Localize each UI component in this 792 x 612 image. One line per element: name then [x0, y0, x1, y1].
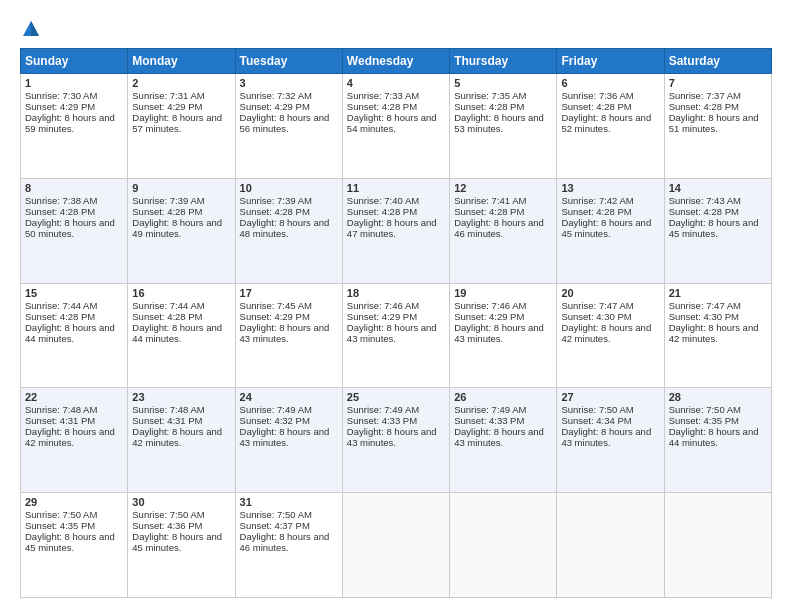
sunrise-label: Sunrise: 7:47 AM — [561, 300, 633, 311]
sunset-label: Sunset: 4:34 PM — [561, 415, 631, 426]
sunset-label: Sunset: 4:29 PM — [132, 101, 202, 112]
sunrise-label: Sunrise: 7:41 AM — [454, 195, 526, 206]
sunset-label: Sunset: 4:33 PM — [347, 415, 417, 426]
day-cell-15: 15 Sunrise: 7:44 AM Sunset: 4:28 PM Dayl… — [21, 283, 128, 388]
day-cell-25: 25 Sunrise: 7:49 AM Sunset: 4:33 PM Dayl… — [342, 388, 449, 493]
day-cell-27: 27 Sunrise: 7:50 AM Sunset: 4:34 PM Dayl… — [557, 388, 664, 493]
daylight-label: Daylight: 8 hours and 43 minutes. — [347, 426, 437, 448]
empty-cell — [342, 493, 449, 598]
day-cell-10: 10 Sunrise: 7:39 AM Sunset: 4:28 PM Dayl… — [235, 178, 342, 283]
sunset-label: Sunset: 4:28 PM — [561, 101, 631, 112]
day-cell-30: 30 Sunrise: 7:50 AM Sunset: 4:36 PM Dayl… — [128, 493, 235, 598]
daylight-label: Daylight: 8 hours and 44 minutes. — [669, 426, 759, 448]
day-cell-12: 12 Sunrise: 7:41 AM Sunset: 4:28 PM Dayl… — [450, 178, 557, 283]
daylight-label: Daylight: 8 hours and 57 minutes. — [132, 112, 222, 134]
day-cell-21: 21 Sunrise: 7:47 AM Sunset: 4:30 PM Dayl… — [664, 283, 771, 388]
daylight-label: Daylight: 8 hours and 51 minutes. — [669, 112, 759, 134]
day-cell-22: 22 Sunrise: 7:48 AM Sunset: 4:31 PM Dayl… — [21, 388, 128, 493]
day-cell-31: 31 Sunrise: 7:50 AM Sunset: 4:37 PM Dayl… — [235, 493, 342, 598]
sunset-label: Sunset: 4:28 PM — [132, 311, 202, 322]
svg-marker-1 — [31, 21, 39, 36]
day-number: 16 — [132, 287, 230, 299]
day-cell-18: 18 Sunrise: 7:46 AM Sunset: 4:29 PM Dayl… — [342, 283, 449, 388]
sunset-label: Sunset: 4:28 PM — [347, 101, 417, 112]
sunset-label: Sunset: 4:30 PM — [669, 311, 739, 322]
logo — [20, 18, 46, 40]
sunset-label: Sunset: 4:29 PM — [240, 101, 310, 112]
empty-cell — [450, 493, 557, 598]
day-number: 3 — [240, 77, 338, 89]
day-cell-29: 29 Sunrise: 7:50 AM Sunset: 4:35 PM Dayl… — [21, 493, 128, 598]
week-row-5: 29 Sunrise: 7:50 AM Sunset: 4:35 PM Dayl… — [21, 493, 772, 598]
sunrise-label: Sunrise: 7:33 AM — [347, 90, 419, 101]
sunset-label: Sunset: 4:29 PM — [347, 311, 417, 322]
day-number: 5 — [454, 77, 552, 89]
day-cell-4: 4 Sunrise: 7:33 AM Sunset: 4:28 PM Dayli… — [342, 74, 449, 179]
col-header-monday: Monday — [128, 49, 235, 74]
sunset-label: Sunset: 4:31 PM — [25, 415, 95, 426]
day-cell-11: 11 Sunrise: 7:40 AM Sunset: 4:28 PM Dayl… — [342, 178, 449, 283]
day-number: 7 — [669, 77, 767, 89]
col-header-sunday: Sunday — [21, 49, 128, 74]
sunset-label: Sunset: 4:28 PM — [25, 206, 95, 217]
day-cell-1: 1 Sunrise: 7:30 AM Sunset: 4:29 PM Dayli… — [21, 74, 128, 179]
col-header-thursday: Thursday — [450, 49, 557, 74]
day-number: 2 — [132, 77, 230, 89]
daylight-label: Daylight: 8 hours and 42 minutes. — [25, 426, 115, 448]
day-number: 24 — [240, 391, 338, 403]
daylight-label: Daylight: 8 hours and 43 minutes. — [240, 322, 330, 344]
day-cell-13: 13 Sunrise: 7:42 AM Sunset: 4:28 PM Dayl… — [557, 178, 664, 283]
daylight-label: Daylight: 8 hours and 54 minutes. — [347, 112, 437, 134]
sunrise-label: Sunrise: 7:44 AM — [132, 300, 204, 311]
day-cell-5: 5 Sunrise: 7:35 AM Sunset: 4:28 PM Dayli… — [450, 74, 557, 179]
day-number: 26 — [454, 391, 552, 403]
day-cell-20: 20 Sunrise: 7:47 AM Sunset: 4:30 PM Dayl… — [557, 283, 664, 388]
daylight-label: Daylight: 8 hours and 42 minutes. — [132, 426, 222, 448]
sunrise-label: Sunrise: 7:42 AM — [561, 195, 633, 206]
day-number: 19 — [454, 287, 552, 299]
day-number: 4 — [347, 77, 445, 89]
day-number: 13 — [561, 182, 659, 194]
sunrise-label: Sunrise: 7:50 AM — [669, 404, 741, 415]
sunrise-label: Sunrise: 7:32 AM — [240, 90, 312, 101]
sunset-label: Sunset: 4:36 PM — [132, 520, 202, 531]
day-number: 9 — [132, 182, 230, 194]
sunset-label: Sunset: 4:28 PM — [454, 101, 524, 112]
sunset-label: Sunset: 4:31 PM — [132, 415, 202, 426]
logo-icon — [20, 18, 42, 40]
sunrise-label: Sunrise: 7:46 AM — [347, 300, 419, 311]
daylight-label: Daylight: 8 hours and 45 minutes. — [25, 531, 115, 553]
daylight-label: Daylight: 8 hours and 43 minutes. — [347, 322, 437, 344]
day-cell-6: 6 Sunrise: 7:36 AM Sunset: 4:28 PM Dayli… — [557, 74, 664, 179]
sunrise-label: Sunrise: 7:49 AM — [347, 404, 419, 415]
empty-cell — [557, 493, 664, 598]
sunrise-label: Sunrise: 7:48 AM — [25, 404, 97, 415]
sunset-label: Sunset: 4:28 PM — [25, 311, 95, 322]
day-number: 20 — [561, 287, 659, 299]
sunrise-label: Sunrise: 7:31 AM — [132, 90, 204, 101]
col-header-tuesday: Tuesday — [235, 49, 342, 74]
day-number: 1 — [25, 77, 123, 89]
daylight-label: Daylight: 8 hours and 46 minutes. — [240, 531, 330, 553]
sunset-label: Sunset: 4:35 PM — [669, 415, 739, 426]
day-cell-17: 17 Sunrise: 7:45 AM Sunset: 4:29 PM Dayl… — [235, 283, 342, 388]
sunrise-label: Sunrise: 7:49 AM — [240, 404, 312, 415]
day-number: 30 — [132, 496, 230, 508]
day-cell-8: 8 Sunrise: 7:38 AM Sunset: 4:28 PM Dayli… — [21, 178, 128, 283]
page: SundayMondayTuesdayWednesdayThursdayFrid… — [0, 0, 792, 612]
col-header-saturday: Saturday — [664, 49, 771, 74]
sunset-label: Sunset: 4:28 PM — [240, 206, 310, 217]
daylight-label: Daylight: 8 hours and 49 minutes. — [132, 217, 222, 239]
sunrise-label: Sunrise: 7:46 AM — [454, 300, 526, 311]
header-row: SundayMondayTuesdayWednesdayThursdayFrid… — [21, 49, 772, 74]
sunrise-label: Sunrise: 7:50 AM — [561, 404, 633, 415]
sunrise-label: Sunrise: 7:39 AM — [240, 195, 312, 206]
daylight-label: Daylight: 8 hours and 48 minutes. — [240, 217, 330, 239]
col-header-friday: Friday — [557, 49, 664, 74]
daylight-label: Daylight: 8 hours and 45 minutes. — [132, 531, 222, 553]
sunrise-label: Sunrise: 7:38 AM — [25, 195, 97, 206]
daylight-label: Daylight: 8 hours and 44 minutes. — [25, 322, 115, 344]
daylight-label: Daylight: 8 hours and 46 minutes. — [454, 217, 544, 239]
daylight-label: Daylight: 8 hours and 43 minutes. — [454, 322, 544, 344]
sunrise-label: Sunrise: 7:44 AM — [25, 300, 97, 311]
